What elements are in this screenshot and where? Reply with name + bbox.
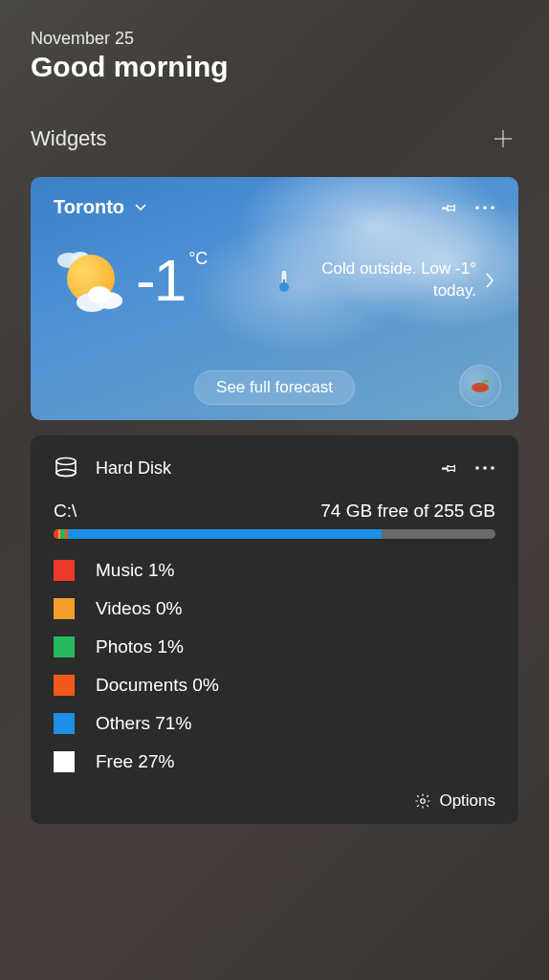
disk-usage-bar	[54, 529, 495, 539]
widgets-header: Widgets	[31, 123, 518, 154]
svg-point-17	[483, 466, 487, 470]
more-button[interactable]	[474, 205, 495, 211]
location-name: Toronto	[54, 196, 124, 218]
legend-swatch	[54, 751, 75, 772]
svg-point-14	[56, 458, 76, 465]
svg-rect-12	[283, 279, 285, 287]
legend-item: Photos 1%	[54, 636, 495, 657]
hard-disk-icon	[54, 457, 78, 479]
more-button[interactable]	[474, 465, 495, 471]
legend-label: Free 27%	[96, 751, 174, 772]
drive-label: C:\	[54, 501, 77, 522]
weather-widget[interactable]: Toronto	[31, 177, 518, 420]
legend-swatch	[54, 675, 75, 696]
svg-point-15	[56, 470, 76, 477]
legend-label: Others 71%	[96, 713, 191, 734]
progress-seg	[68, 529, 382, 539]
msn-badge[interactable]	[459, 365, 501, 407]
disk-title: Hard Disk	[96, 458, 171, 479]
chevron-right-icon	[484, 271, 495, 290]
see-full-forecast-button[interactable]: See full forecast	[194, 370, 355, 405]
date-label: November 25	[31, 29, 518, 49]
temperature-unit: °C	[188, 249, 208, 269]
options-label: Options	[439, 791, 495, 811]
disk-legend: Music 1%Videos 0%Photos 1%Documents 0%Ot…	[54, 560, 495, 772]
svg-point-9	[88, 286, 111, 303]
legend-item: Videos 0%	[54, 598, 495, 619]
thermometer-icon	[275, 268, 293, 293]
svg-point-16	[475, 466, 479, 470]
weather-summary-text: Cold outside. Low -1° today.	[300, 258, 476, 302]
svg-point-4	[491, 206, 494, 210]
pin-icon	[440, 459, 457, 477]
legend-item: Documents 0%	[54, 675, 495, 696]
svg-point-2	[475, 206, 479, 210]
legend-swatch	[54, 560, 75, 581]
svg-point-19	[421, 799, 426, 804]
disk-free-text: 74 GB free of 255 GB	[320, 501, 495, 522]
options-button[interactable]: Options	[54, 786, 495, 811]
svg-point-3	[483, 206, 487, 210]
widgets-title: Widgets	[31, 126, 106, 151]
legend-label: Videos 0%	[96, 598, 183, 619]
greeting: Good morning	[31, 51, 518, 83]
legend-item: Music 1%	[54, 560, 495, 581]
msn-icon	[470, 378, 491, 393]
svg-point-13	[472, 383, 489, 392]
legend-label: Documents 0%	[96, 675, 219, 696]
weather-summary[interactable]: Cold outside. Low -1° today.	[275, 258, 495, 302]
legend-swatch	[54, 636, 75, 657]
temperature-value: -1	[136, 251, 185, 310]
hard-disk-widget: Hard Disk C:\ 74 GB free of 255 GB	[31, 435, 518, 824]
pin-button[interactable]	[440, 459, 457, 477]
plus-icon	[493, 128, 514, 149]
gear-icon	[414, 792, 431, 810]
legend-item: Others 71%	[54, 713, 495, 734]
location-selector[interactable]: Toronto	[54, 196, 147, 218]
legend-label: Music 1%	[96, 560, 174, 581]
pin-button[interactable]	[440, 199, 457, 216]
legend-item: Free 27%	[54, 751, 495, 772]
ellipsis-icon	[474, 205, 495, 211]
add-widget-button[interactable]	[488, 123, 518, 154]
legend-swatch	[54, 598, 75, 619]
chevron-down-icon	[134, 203, 147, 212]
svg-point-18	[491, 466, 494, 470]
legend-swatch	[54, 713, 75, 734]
ellipsis-icon	[474, 465, 495, 471]
pin-icon	[440, 199, 457, 216]
weather-condition-icon	[54, 243, 128, 318]
legend-label: Photos 1%	[96, 636, 184, 657]
